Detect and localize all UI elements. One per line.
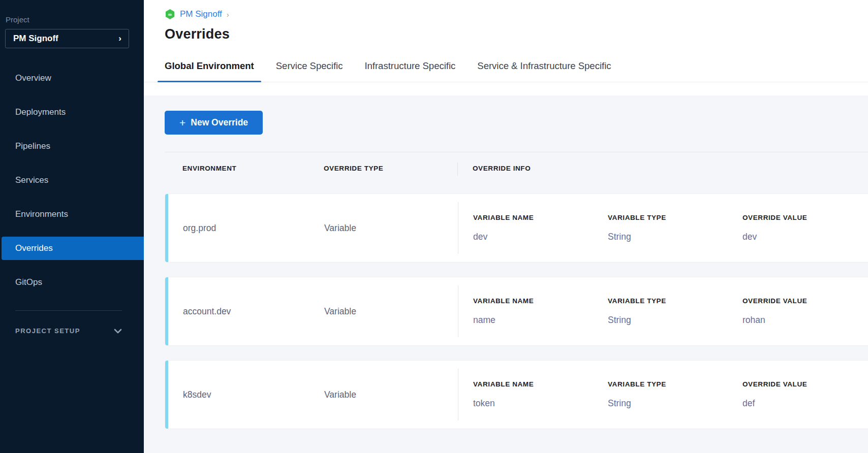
chevron-down-icon (114, 329, 122, 334)
variable-name-label: VARIABLE NAME (473, 214, 608, 221)
row-override-type: Variable (324, 277, 458, 345)
variable-type-label: VARIABLE TYPE (608, 214, 742, 221)
override-value-value: dev (742, 232, 868, 242)
row-environment: k8sdev (168, 361, 324, 429)
sidebar-item-gitops[interactable]: GitOps (0, 271, 144, 294)
override-value-cell: OVERRIDE VALUE def (742, 361, 868, 429)
override-value-label: OVERRIDE VALUE (742, 214, 868, 221)
variable-name-label: VARIABLE NAME (473, 380, 608, 388)
tab-service-and-infrastructure-specific[interactable]: Service & Infrastructure Specific (470, 50, 618, 82)
project-label: Project (6, 15, 144, 24)
variable-type-value: String (608, 232, 742, 242)
tab-service-specific[interactable]: Service Specific (269, 50, 350, 82)
override-row[interactable]: org.prod Variable VARIABLE NAME dev VARI… (165, 193, 868, 263)
override-row[interactable]: k8sdev Variable VARIABLE NAME token VARI… (165, 360, 868, 429)
sidebar-item-overrides[interactable]: Overrides (2, 237, 144, 260)
variable-name-cell: VARIABLE NAME token (473, 361, 608, 429)
row-override-type: Variable (324, 361, 458, 429)
sidebar-item-overview[interactable]: Overview (0, 67, 144, 90)
variable-type-value: String (608, 315, 742, 326)
project-selector-name: PM Signoff (13, 34, 58, 44)
sidebar-item-label: Pipelines (15, 141, 50, 151)
sidebar-item-label: GitOps (15, 277, 42, 287)
new-override-button[interactable]: + New Override (165, 111, 263, 135)
variable-name-cell: VARIABLE NAME name (473, 277, 608, 345)
svg-text:∞: ∞ (168, 11, 172, 17)
variable-type-label: VARIABLE TYPE (608, 297, 742, 305)
sidebar-divider (15, 310, 122, 311)
new-override-button-label: New Override (191, 117, 248, 128)
row-environment: account.dev (168, 277, 324, 345)
variable-name-value: name (473, 315, 608, 326)
row-environment: org.prod (168, 194, 324, 262)
breadcrumb-project-link[interactable]: PM Signoff (180, 9, 222, 19)
sidebar-item-label: Overrides (15, 243, 53, 253)
column-header-override-info: OVERRIDE INFO (458, 165, 531, 172)
sidebar-nav: Overview Deployments Pipelines Services … (0, 67, 144, 294)
row-override-type: Variable (324, 194, 458, 262)
sidebar-item-services[interactable]: Services (0, 169, 144, 192)
override-value-label: OVERRIDE VALUE (742, 297, 868, 305)
variable-type-cell: VARIABLE TYPE String (608, 194, 742, 262)
row-override-info: VARIABLE NAME dev VARIABLE TYPE String O… (458, 194, 868, 262)
override-value-value: rohan (742, 315, 868, 326)
sidebar-item-pipelines[interactable]: Pipelines (0, 135, 144, 158)
overrides-content: + New Override ENVIRONMENT OVERRIDE TYPE… (144, 95, 868, 453)
breadcrumb: ∞ PM Signoff › (165, 0, 868, 20)
sidebar: Project PM Signoff › Overview Deployment… (0, 0, 144, 453)
main-content: ∞ PM Signoff › Overrides Global Environm… (144, 0, 868, 453)
column-header-environment: ENVIRONMENT (165, 165, 324, 172)
variable-type-value: String (608, 398, 742, 409)
sidebar-item-label: Deployments (15, 107, 66, 117)
page-header: ∞ PM Signoff › Overrides Global Environm… (144, 0, 868, 95)
variable-type-cell: VARIABLE TYPE String (608, 361, 742, 429)
override-value-value: def (742, 398, 868, 409)
tab-global-environment[interactable]: Global Environment (158, 50, 261, 82)
override-value-label: OVERRIDE VALUE (742, 380, 868, 388)
sidebar-item-environments[interactable]: Environments (0, 203, 144, 226)
chevron-right-icon: › (118, 34, 121, 44)
project-selector[interactable]: PM Signoff › (5, 29, 129, 48)
variable-type-label: VARIABLE TYPE (608, 380, 742, 388)
project-hexagon-icon: ∞ (165, 9, 175, 20)
sidebar-item-label: Environments (15, 209, 68, 219)
variable-name-label: VARIABLE NAME (473, 297, 608, 305)
table-header: ENVIRONMENT OVERRIDE TYPE OVERRIDE INFO (165, 152, 868, 193)
variable-type-cell: VARIABLE TYPE String (608, 277, 742, 345)
override-value-cell: OVERRIDE VALUE dev (742, 194, 868, 262)
project-setup-label: PROJECT SETUP (15, 327, 80, 335)
plus-icon: + (179, 117, 185, 129)
override-row[interactable]: account.dev Variable VARIABLE NAME name … (165, 277, 868, 346)
variable-name-value: dev (473, 232, 608, 242)
sidebar-item-deployments[interactable]: Deployments (0, 101, 144, 124)
sidebar-item-label: Services (15, 175, 48, 185)
tabs-bar: Global Environment Service Specific Infr… (144, 50, 868, 82)
variable-name-cell: VARIABLE NAME dev (473, 194, 608, 262)
page-title: Overrides (165, 26, 868, 42)
variable-name-value: token (473, 398, 608, 409)
project-setup-toggle[interactable]: PROJECT SETUP (15, 327, 122, 335)
row-override-info: VARIABLE NAME token VARIABLE TYPE String… (458, 361, 868, 429)
breadcrumb-separator-icon: › (227, 10, 229, 19)
sidebar-item-label: Overview (15, 73, 51, 83)
row-override-info: VARIABLE NAME name VARIABLE TYPE String … (458, 277, 868, 345)
tab-infrastructure-specific[interactable]: Infrastructure Specific (357, 50, 462, 82)
column-header-override-type: OVERRIDE TYPE (324, 165, 457, 172)
override-value-cell: OVERRIDE VALUE rohan (742, 277, 868, 345)
